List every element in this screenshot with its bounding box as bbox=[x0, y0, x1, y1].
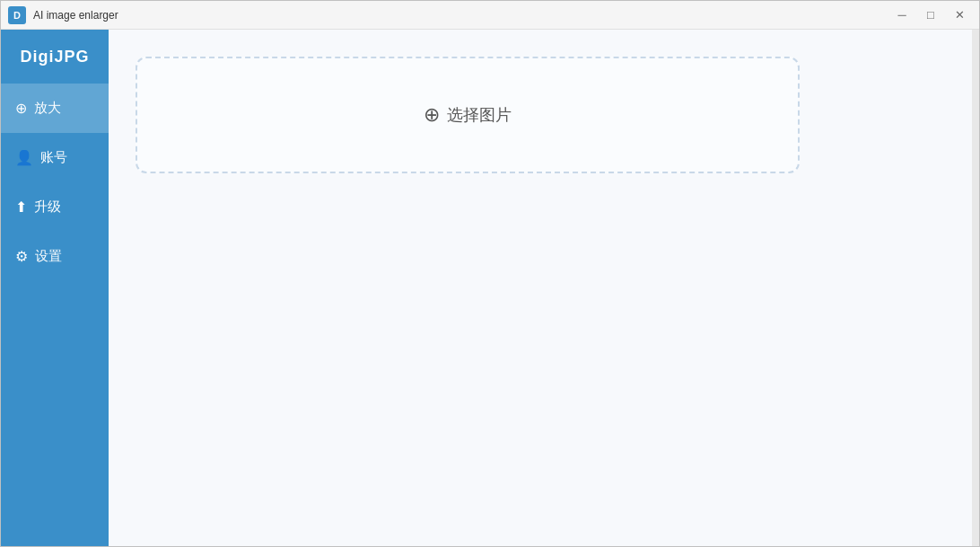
upgrade-icon: ⬆ bbox=[15, 199, 27, 216]
sidebar-item-settings[interactable]: ⚙ 设置 bbox=[1, 232, 109, 281]
enlarge-label: 放大 bbox=[34, 100, 61, 117]
drop-zone-content: ⊕ 选择图片 bbox=[424, 103, 512, 127]
sidebar-logo: DigiJPG bbox=[1, 30, 109, 84]
sidebar-item-enlarge[interactable]: ⊕ 放大 bbox=[1, 84, 109, 133]
maximize-button[interactable]: □ bbox=[918, 5, 943, 25]
sidebar-item-upgrade[interactable]: ⬆ 升级 bbox=[1, 182, 109, 232]
sidebar: DigiJPG ⊕ 放大 👤 账号 ⬆ 升级 ⚙ 设置 bbox=[1, 30, 109, 546]
app-window: D AI image enlarger ─ □ ✕ DigiJPG ⊕ 放大 👤 bbox=[0, 0, 980, 547]
sidebar-item-account[interactable]: 👤 账号 bbox=[1, 133, 109, 182]
close-button[interactable]: ✕ bbox=[947, 5, 972, 25]
title-bar-left: D AI image enlarger bbox=[8, 6, 118, 24]
title-bar: D AI image enlarger ─ □ ✕ bbox=[1, 1, 979, 30]
settings-label: 设置 bbox=[35, 248, 62, 265]
enlarge-icon: ⊕ bbox=[15, 100, 27, 117]
window-title: AI image enlarger bbox=[33, 9, 118, 22]
drop-zone-label: 选择图片 bbox=[447, 104, 512, 126]
window-controls: ─ □ ✕ bbox=[889, 5, 972, 25]
add-image-icon: ⊕ bbox=[424, 103, 440, 127]
main-content: ⊕ 选择图片 bbox=[109, 30, 979, 546]
account-label: 账号 bbox=[40, 149, 67, 166]
scrollbar[interactable] bbox=[972, 30, 979, 546]
app-logo-icon: D bbox=[8, 6, 26, 24]
minimize-button[interactable]: ─ bbox=[889, 5, 914, 25]
app-body: DigiJPG ⊕ 放大 👤 账号 ⬆ 升级 ⚙ 设置 bbox=[1, 30, 979, 546]
image-drop-zone[interactable]: ⊕ 选择图片 bbox=[136, 57, 800, 173]
logo-text: DigiJPG bbox=[20, 48, 89, 66]
settings-icon: ⚙ bbox=[15, 248, 28, 265]
account-icon: 👤 bbox=[15, 149, 33, 166]
upgrade-label: 升级 bbox=[34, 199, 61, 216]
